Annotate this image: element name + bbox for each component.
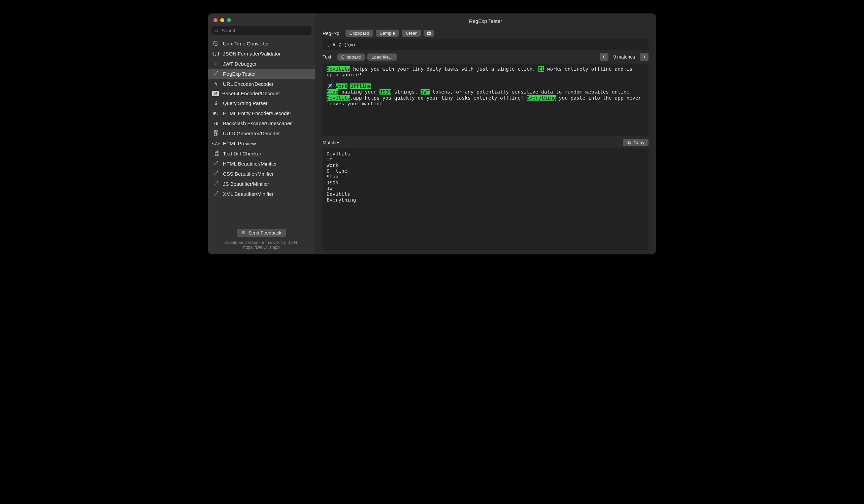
clock-icon — [212, 40, 219, 47]
chevron-left-icon — [602, 55, 606, 59]
sidebar-item-html-entity[interactable]: #; HTML Entity Encoder/Decoder — [208, 108, 315, 118]
minimize-window-button[interactable] — [220, 18, 224, 22]
next-match-button[interactable] — [640, 53, 648, 61]
regexp-settings-button[interactable] — [423, 30, 434, 37]
regexp-sample-button[interactable]: Sample — [376, 29, 399, 37]
footer-version: Developer Utilities for macOS 1.5.0 (34) — [212, 240, 311, 245]
sidebar-item-js-minifier[interactable]: JS Beautifier/Minifier — [208, 179, 315, 189]
chevron-right-icon — [643, 55, 646, 59]
regexp-label: RegExp: — [323, 30, 341, 36]
gear-icon — [427, 31, 431, 36]
sidebar-item-label: HTML Beautifier/Minifier — [223, 161, 277, 167]
sidebar-item-label: HTML Entity Encoder/Decoder — [223, 110, 291, 116]
sidebar-item-xml-minifier[interactable]: XML Beautifier/Minifier — [208, 189, 315, 199]
ampersand-icon: & — [212, 100, 219, 106]
sidebar-item-label: JS Beautifier/Minifier — [223, 181, 269, 187]
sidebar-item-label: Query String Parser — [223, 100, 268, 106]
sidebar-item-uuid[interactable]: UUID UUID Generator/Decoder — [208, 128, 315, 138]
uuid-icon: UUID — [212, 130, 219, 137]
wand-icon — [212, 160, 219, 167]
sidebar: Unix Time Converter {,} JSON Formatter/V… — [208, 13, 315, 254]
wand-icon — [212, 190, 219, 197]
sidebar-item-unix-time[interactable]: Unix Time Converter — [208, 38, 315, 48]
svg-rect-4 — [628, 141, 630, 144]
sidebar-item-url[interactable]: % URL Encoder/Decoder — [208, 79, 315, 89]
sidebar-item-label: Text Diff Checker — [223, 151, 261, 157]
feedback-label: Send Feedback — [248, 230, 281, 235]
sidebar-item-html-preview[interactable]: </> HTML Preview — [208, 138, 315, 148]
sidebar-item-label: URL Encoder/Decoder — [223, 81, 273, 87]
svg-point-0 — [215, 29, 217, 32]
prev-match-button[interactable] — [600, 53, 609, 61]
backslash-icon: \n — [212, 120, 219, 126]
sidebar-item-label: JSON Formatter/Validator — [223, 51, 280, 57]
braces-icon: {,} — [212, 50, 219, 57]
sidebar-item-css-minifier[interactable]: CSS Beautifier/Minifier — [208, 169, 315, 179]
sidebar-item-label: JWT Debugger — [223, 61, 257, 66]
sidebar-item-backslash[interactable]: \n Backslash Escaper/Unescaper — [208, 118, 315, 128]
app-window: Unix Time Converter {,} JSON Formatter/V… — [208, 13, 656, 254]
regexp-clear-button[interactable]: Clear — [402, 29, 421, 37]
sidebar-item-label: CSS Beautifier/Minifier — [223, 171, 274, 177]
diff-icon: +ab-cd — [212, 150, 219, 157]
match-count: 9 matches — [613, 54, 635, 60]
regexp-clipboard-button[interactable]: Clipboard — [346, 29, 373, 37]
hash-icon: #; — [212, 110, 219, 116]
window-controls — [208, 13, 315, 24]
sidebar-item-label: XML Beautifier/Minifier — [223, 191, 273, 197]
copy-label: Copy — [633, 140, 645, 145]
sidebar-item-diff[interactable]: +ab-cd Text Diff Checker — [208, 148, 315, 159]
svg-line-1 — [217, 31, 218, 32]
code-icon: </> — [212, 140, 219, 147]
mail-icon: ✉ — [241, 230, 245, 235]
close-window-button[interactable] — [214, 18, 217, 22]
sidebar-list: Unix Time Converter {,} JSON Formatter/V… — [208, 38, 315, 226]
sidebar-item-html-minifier[interactable]: HTML Beautifier/Minifier — [208, 159, 315, 169]
sidebar-item-regexp[interactable]: RegExp Tester — [208, 69, 315, 79]
text-input-area[interactable]: DevUtils helps you with your tiny daily … — [323, 64, 648, 136]
regexp-input[interactable] — [323, 39, 648, 50]
sidebar-item-label: HTML Preview — [223, 140, 256, 146]
sidebar-item-label: RegExp Tester — [223, 71, 256, 77]
sidebar-item-label: Base64 Encoder/Decoder — [222, 90, 280, 96]
matches-label: Matches: — [323, 140, 342, 145]
wand-icon — [212, 70, 219, 77]
matches-output[interactable]: DevUtils It Work Offline Stop JSON JWT D… — [323, 148, 648, 250]
jwt-icon: ✳︎ — [212, 60, 219, 67]
sidebar-item-jwt[interactable]: ✳︎ JWT Debugger — [208, 59, 315, 69]
copy-icon — [627, 140, 631, 145]
sidebar-item-json[interactable]: {,} JSON Formatter/Validator — [208, 48, 315, 59]
sidebar-item-label: Unix Time Converter — [223, 41, 269, 47]
search-icon — [214, 28, 219, 33]
percent-icon: % — [212, 81, 219, 87]
text-label: Text: — [323, 54, 333, 60]
wand-icon — [212, 180, 219, 187]
main-panel: RegExp Tester RegExp: Clipboard Sample C… — [315, 13, 656, 254]
sidebar-item-base64[interactable]: 64 Base64 Encoder/Decoder — [208, 89, 315, 98]
sidebar-item-label: UUID Generator/Decoder — [223, 131, 280, 136]
sidebar-item-query-string[interactable]: & Query String Parser — [208, 98, 315, 108]
footer-url: https://DevUtils.app — [212, 245, 311, 250]
titlebar: RegExp Tester — [315, 13, 656, 28]
search-input[interactable] — [212, 26, 311, 35]
svg-rect-3 — [629, 142, 631, 144]
zoom-window-button[interactable] — [227, 18, 231, 22]
base64-icon: 64 — [212, 91, 219, 96]
page-title: RegExp Tester — [469, 18, 502, 24]
sidebar-item-label: Backslash Escaper/Unescaper — [223, 121, 291, 126]
wand-icon — [212, 170, 219, 177]
text-clipboard-button[interactable]: Clipboard — [337, 53, 365, 61]
text-loadfile-button[interactable]: Load file... — [367, 53, 396, 61]
sidebar-footer: ✉ Send Feedback Developer Utilities for … — [208, 226, 315, 254]
send-feedback-button[interactable]: ✉ Send Feedback — [237, 229, 286, 237]
copy-matches-button[interactable]: Copy — [623, 139, 648, 146]
